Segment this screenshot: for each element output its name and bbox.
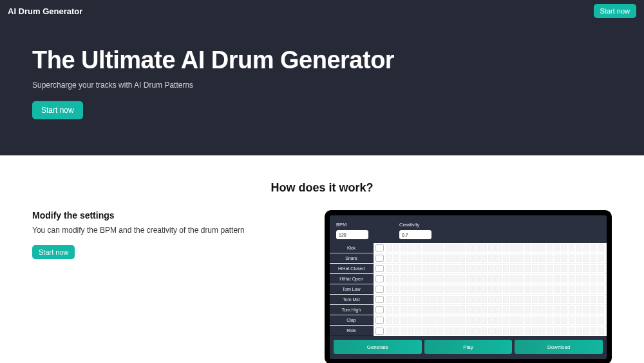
preview-track-label: HiHat Open bbox=[330, 274, 374, 284]
preview-track-row: Tom Mid bbox=[330, 295, 607, 305]
preview-creativity-input: 0.7 bbox=[399, 230, 431, 239]
preview-track-label: Tom High bbox=[330, 305, 374, 315]
preview-track-toggle bbox=[375, 317, 384, 324]
hero: The Ultimate AI Drum Generator Superchar… bbox=[0, 22, 644, 155]
preview-track-toggle bbox=[375, 275, 384, 282]
section-heading: How does it work? bbox=[32, 181, 612, 195]
preview-track-row: Ride bbox=[330, 326, 607, 336]
settings-subheading: Modify the settings bbox=[32, 210, 287, 221]
preview-track-grid: KickSnareHiHat ClosedHiHat OpenTom LowTo… bbox=[330, 243, 607, 336]
start-now-button-section[interactable]: Start now bbox=[32, 245, 75, 259]
preview-track-row: Kick bbox=[330, 243, 607, 253]
preview-bpm-field: BPM 120 bbox=[336, 222, 368, 239]
preview-track-label: Clap bbox=[330, 315, 374, 325]
preview-track-label: Snare bbox=[330, 253, 374, 263]
preview-track-row: HiHat Open bbox=[330, 274, 607, 284]
preview-track-label: Tom Low bbox=[330, 284, 374, 294]
preview-track-row: Tom High bbox=[330, 305, 607, 315]
preview-track-label: Ride bbox=[330, 326, 374, 336]
preview-bpm-input: 120 bbox=[336, 230, 368, 239]
preview-track-toggle bbox=[375, 255, 384, 262]
preview-track-toggle bbox=[375, 306, 384, 313]
top-bar: AI Drum Generator Start now bbox=[0, 0, 644, 22]
brand-title: AI Drum Generator bbox=[8, 6, 82, 16]
hero-title: The Ultimate AI Drum Generator bbox=[32, 46, 612, 74]
preview-play-button: Play bbox=[424, 340, 513, 354]
preview-track-label: Kick bbox=[330, 243, 374, 253]
preview-track-label: HiHat Closed bbox=[330, 264, 374, 273]
preview-creativity-label: Creativity bbox=[399, 222, 431, 228]
preview-track-toggle bbox=[375, 296, 384, 303]
preview-track-toggle bbox=[375, 286, 384, 293]
start-now-button-hero[interactable]: Start now bbox=[32, 101, 83, 119]
preview-track-toggle bbox=[375, 328, 384, 335]
preview-creativity-field: Creativity 0.7 bbox=[399, 222, 431, 239]
preview-track-row: Tom Low bbox=[330, 284, 607, 295]
how-section: How does it work? Modify the settings Yo… bbox=[0, 155, 644, 363]
preview-track-row: Clap bbox=[330, 315, 607, 326]
hero-subtitle: Supercharge your tracks with AI Drum Pat… bbox=[32, 81, 612, 90]
preview-track-toggle bbox=[375, 244, 384, 251]
preview-track-label: Tom Mid bbox=[330, 295, 374, 304]
preview-download-button: Download bbox=[515, 340, 603, 354]
settings-desc: You can modify the BPM and the creativit… bbox=[32, 226, 287, 235]
preview-track-row: Snare bbox=[330, 253, 607, 264]
preview-generate-button: Generate bbox=[334, 340, 422, 354]
preview-bpm-label: BPM bbox=[336, 222, 368, 228]
start-now-button-top[interactable]: Start now bbox=[594, 4, 636, 18]
preview-track-row: HiHat Closed bbox=[330, 264, 607, 274]
preview-track-toggle bbox=[375, 265, 384, 272]
app-preview: BPM 120 Creativity 0.7 KickSnareHiHat Cl… bbox=[325, 210, 612, 363]
